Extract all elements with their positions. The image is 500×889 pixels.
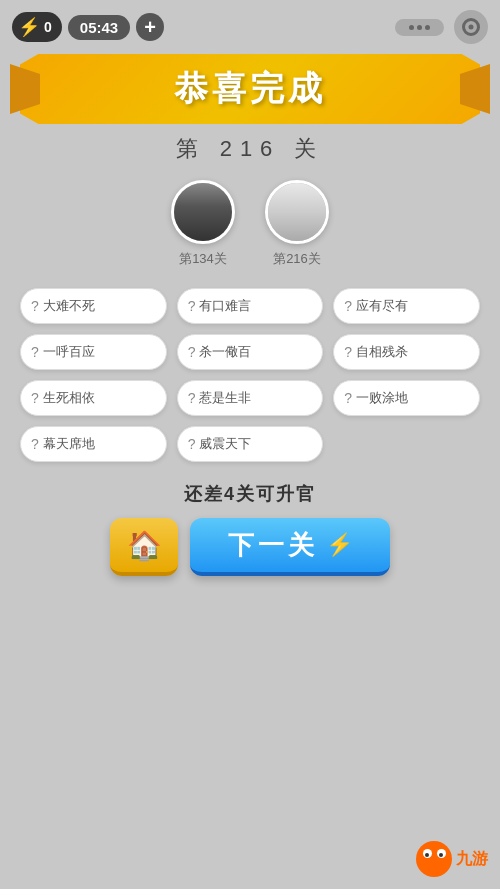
- next-lightning-icon: ⚡: [326, 532, 353, 558]
- chengyu-grid: ? 大难不死 ? 有口难言 ? 应有尽有 ? 一呼百应 ? 杀一儆百 ? 自相残…: [20, 288, 480, 462]
- watermark: 九游: [416, 841, 488, 877]
- lightning-count: 0: [44, 19, 52, 35]
- chengyu-item-6[interactable]: ? 生死相依: [20, 380, 167, 416]
- chengyu-text-7: 惹是生非: [199, 389, 251, 407]
- logo-eye-left: [423, 849, 432, 858]
- chengyu-question-2: ?: [344, 298, 352, 314]
- chengyu-question-5: ?: [344, 344, 352, 360]
- jiuyou-logo: [416, 841, 452, 877]
- chengyu-text-3: 一呼百应: [43, 343, 95, 361]
- chengyu-text-9: 幕天席地: [43, 435, 95, 453]
- chengyu-text-4: 杀一儆百: [199, 343, 251, 361]
- menu-button[interactable]: [395, 19, 444, 36]
- chengyu-item-9[interactable]: ? 幕天席地: [20, 426, 167, 462]
- avatar-label-1: 第134关: [179, 250, 227, 268]
- chengyu-question-3: ?: [31, 344, 39, 360]
- chengyu-question-9: ?: [31, 436, 39, 452]
- banner-title: 恭喜完成: [174, 66, 326, 112]
- target-icon: [462, 18, 480, 36]
- chengyu-text-6: 生死相依: [43, 389, 95, 407]
- chengyu-item-0[interactable]: ? 大难不死: [20, 288, 167, 324]
- dot-3: [425, 25, 430, 30]
- chengyu-text-8: 一败涂地: [356, 389, 408, 407]
- next-button[interactable]: 下一关 ⚡: [190, 518, 390, 576]
- lightning-icon: ⚡: [18, 16, 40, 38]
- chengyu-question-10: ?: [188, 436, 196, 452]
- avatars-row: 第134关 第216关: [0, 180, 500, 268]
- chengyu-question-6: ?: [31, 390, 39, 406]
- next-level-label: 下一关: [228, 528, 318, 563]
- avatar-circle-2: [265, 180, 329, 244]
- avatar-circle-1: [171, 180, 235, 244]
- avatar-label-2: 第216关: [273, 250, 321, 268]
- timer-display: 05:43: [68, 15, 130, 40]
- chengyu-text-2: 应有尽有: [356, 297, 408, 315]
- dot-1: [409, 25, 414, 30]
- action-buttons: 🏠 下一关 ⚡: [110, 518, 390, 576]
- chengyu-item-8[interactable]: ? 一败涂地: [333, 380, 480, 416]
- chengyu-question-4: ?: [188, 344, 196, 360]
- logo-eye-right: [437, 849, 446, 858]
- level-text: 第 216 关: [0, 134, 500, 164]
- chengyu-item-10[interactable]: ? 威震天下: [177, 426, 324, 462]
- top-bar: ⚡ 0 05:43 +: [0, 0, 500, 54]
- avatar-image-2: [268, 183, 326, 241]
- upgrade-text: 还差4关可升官: [184, 482, 316, 506]
- jiuyou-text: 九游: [456, 849, 488, 870]
- top-right-controls: [395, 10, 488, 44]
- banner: 恭喜完成: [20, 54, 480, 124]
- home-icon: 🏠: [127, 529, 162, 562]
- avatar-image-1: [174, 183, 232, 241]
- target-button[interactable]: [454, 10, 488, 44]
- avatar-item-1: 第134关: [171, 180, 235, 268]
- chengyu-item-1[interactable]: ? 有口难言: [177, 288, 324, 324]
- chengyu-question-0: ?: [31, 298, 39, 314]
- chengyu-question-8: ?: [344, 390, 352, 406]
- dot-2: [417, 25, 422, 30]
- chengyu-item-5[interactable]: ? 自相残杀: [333, 334, 480, 370]
- chengyu-text-5: 自相残杀: [356, 343, 408, 361]
- chengyu-text-10: 威震天下: [199, 435, 251, 453]
- logo-eyes: [423, 849, 446, 858]
- chengyu-text-1: 有口难言: [199, 297, 251, 315]
- chengyu-item-7[interactable]: ? 惹是生非: [177, 380, 324, 416]
- plus-button[interactable]: +: [136, 13, 164, 41]
- chengyu-text-0: 大难不死: [43, 297, 95, 315]
- top-left-controls: ⚡ 0 05:43 +: [12, 12, 164, 42]
- chengyu-item-3[interactable]: ? 一呼百应: [20, 334, 167, 370]
- chengyu-question-1: ?: [188, 298, 196, 314]
- chengyu-item-2[interactable]: ? 应有尽有: [333, 288, 480, 324]
- lightning-badge: ⚡ 0: [12, 12, 62, 42]
- home-button[interactable]: 🏠: [110, 518, 178, 576]
- chengyu-item-4[interactable]: ? 杀一儆百: [177, 334, 324, 370]
- chengyu-question-7: ?: [188, 390, 196, 406]
- avatar-item-2: 第216关: [265, 180, 329, 268]
- bottom-section: 还差4关可升官 🏠 下一关 ⚡: [0, 482, 500, 576]
